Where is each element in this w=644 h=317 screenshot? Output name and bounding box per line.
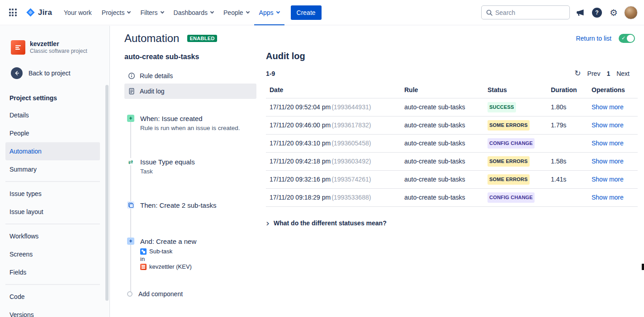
enabled-badge: ENABLED xyxy=(187,35,217,42)
show-more-link[interactable]: Show more xyxy=(592,194,624,201)
add-component-button[interactable]: Add component xyxy=(124,290,256,298)
sidebar-scrollbar-thumb[interactable] xyxy=(105,85,109,301)
chevron-down-icon xyxy=(276,9,279,13)
rule-action[interactable]: Then: Create 2 sub-tasks xyxy=(124,201,256,210)
trigger-title: When: Issue created xyxy=(140,114,256,123)
refresh-icon[interactable]: ↻ xyxy=(574,70,581,77)
statuses-question: What do the different statuses mean? xyxy=(274,219,387,227)
chevron-right-icon: › xyxy=(266,220,270,226)
project-avatar-icon xyxy=(140,264,147,270)
sidebar-item-screens[interactable]: Screens xyxy=(5,245,100,263)
log-id: (1993574261) xyxy=(331,176,371,183)
jira-logo-text: Jira xyxy=(38,8,52,17)
search-input[interactable] xyxy=(495,9,567,16)
rule-trigger[interactable]: + When: Issue created Rule is run when a… xyxy=(124,114,256,132)
log-date: 17/11/20 09:46:00 pm xyxy=(270,121,331,129)
show-more-link[interactable]: Show more xyxy=(592,158,624,165)
table-row: 17/11/20 09:52:04 pm(1993644931) auto-cr… xyxy=(266,98,638,117)
audit-log-heading: Audit log xyxy=(266,51,638,61)
sidebar-section-title: Project settings xyxy=(0,94,109,106)
status-badge: CONFIG CHANGE xyxy=(488,192,535,203)
back-to-project-button[interactable]: Back to project xyxy=(0,55,109,79)
log-date: 17/11/20 09:43:10 pm xyxy=(270,140,331,147)
rule-condition[interactable]: ⇄ Issue Type equals Task xyxy=(124,158,256,176)
project-avatar-glyph xyxy=(14,43,22,51)
sidebar-item-workflows[interactable]: Workflows xyxy=(5,227,100,245)
nav-dashboards[interactable]: Dashboards xyxy=(169,0,219,25)
nav-label: Projects xyxy=(102,9,125,16)
sidebar-menu: Project settings Details People Automati… xyxy=(0,79,109,317)
tab-rule-details[interactable]: Rule details xyxy=(124,68,256,84)
megaphone-icon xyxy=(576,8,585,17)
tab-audit-log[interactable]: Audit log xyxy=(124,84,256,99)
show-more-link[interactable]: Show more xyxy=(592,121,624,129)
log-id: (1993533688) xyxy=(331,194,371,201)
return-to-list-link[interactable]: Return to list xyxy=(576,35,611,42)
column-header-date: Date xyxy=(266,84,401,98)
audit-log-panel: Audit log 1-9 ↻ Prev 1 Next Date Rule St… xyxy=(256,49,638,298)
pagination-current-page[interactable]: 1 xyxy=(606,70,610,77)
sidebar-item-automation[interactable]: Automation xyxy=(5,142,100,160)
sidebar-item-fields[interactable]: Fields xyxy=(5,263,100,281)
app-switcher-button[interactable] xyxy=(5,5,20,20)
pagination-prev[interactable]: Prev xyxy=(587,70,601,77)
show-more-link[interactable]: Show more xyxy=(592,176,624,183)
search-box xyxy=(481,5,570,19)
log-id: (1993617832) xyxy=(331,121,371,129)
toggle-knob xyxy=(627,35,634,42)
nav-your-work[interactable]: Your work xyxy=(59,0,97,25)
rule-chain: + When: Issue created Rule is run when a… xyxy=(124,114,256,298)
show-more-link[interactable]: Show more xyxy=(592,140,624,147)
sidebar-item-code[interactable]: Code xyxy=(5,288,100,306)
status-badge: SOME ERRORS xyxy=(488,120,530,131)
project-name: kevzettler xyxy=(30,40,87,48)
sidebar-item-details[interactable]: Details xyxy=(5,106,100,124)
page-scrollbar-thumb[interactable] xyxy=(642,264,644,270)
table-row: 17/11/20 09:46:00 pm(1993617832) auto-cr… xyxy=(266,117,638,135)
sidebar-item-versions[interactable]: Versions xyxy=(5,306,100,317)
rule-name: auto-create sub-tasks xyxy=(124,53,256,61)
log-duration: 1.58s xyxy=(547,153,588,171)
nav-label: Dashboards xyxy=(174,9,208,16)
sidebar-item-issue-layout[interactable]: Issue layout xyxy=(5,203,100,221)
pagination-next[interactable]: Next xyxy=(616,70,630,77)
trigger-plus-icon: + xyxy=(127,115,134,122)
primary-nav: Your work Projects Filters Dashboards Pe… xyxy=(59,0,284,25)
statuses-disclosure[interactable]: › What do the different statuses mean? xyxy=(266,219,638,227)
show-more-link[interactable]: Show more xyxy=(592,103,624,111)
feedback-button[interactable] xyxy=(574,6,587,19)
tab-label: Rule details xyxy=(140,72,173,79)
user-avatar[interactable] xyxy=(624,6,638,19)
sidebar-item-issue-types[interactable]: Issue types xyxy=(5,185,100,203)
table-row: 17/11/20 09:42:18 pm(1993603492) auto-cr… xyxy=(266,153,638,171)
help-button[interactable]: ? xyxy=(591,6,603,19)
nav-filters[interactable]: Filters xyxy=(135,0,168,25)
table-row: 17/11/20 09:43:10 pm(1993605458) auto-cr… xyxy=(266,135,638,153)
search-icon xyxy=(486,9,493,16)
log-date: 17/11/20 09:42:18 pm xyxy=(270,158,331,165)
audit-log-table: Date Rule Status Duration Operations 17/… xyxy=(266,84,638,207)
back-arrow-icon xyxy=(11,67,23,79)
log-rule: auto-create sub-tasks xyxy=(401,98,484,117)
column-header-duration: Duration xyxy=(547,84,588,98)
status-badge: SUCCESS xyxy=(488,102,516,112)
column-header-status: Status xyxy=(484,84,547,98)
jira-logo[interactable]: Jira xyxy=(23,8,55,17)
chevron-down-icon xyxy=(127,9,131,13)
rule-enabled-toggle[interactable]: ✓ xyxy=(619,34,635,43)
sidebar-item-summary[interactable]: Summary xyxy=(5,160,100,178)
settings-button[interactable]: ⚙ xyxy=(607,6,620,19)
sidebar-item-people[interactable]: People xyxy=(5,124,100,142)
branch-project: kevzettler (KEV) xyxy=(149,263,192,270)
nav-label: Filters xyxy=(140,9,157,16)
audit-log-icon xyxy=(128,88,135,95)
rule-branch-action[interactable]: + And: Create a new Sub-task in kevzettl… xyxy=(124,237,256,270)
app-switcher-icon xyxy=(9,9,17,16)
nav-apps[interactable]: Apps xyxy=(254,0,284,25)
nav-people[interactable]: People xyxy=(218,0,254,25)
create-button[interactable]: Create xyxy=(291,5,322,20)
nav-projects[interactable]: Projects xyxy=(97,0,136,25)
log-duration: 1.80s xyxy=(547,98,588,117)
top-nav: Jira Your work Projects Filters Dashboar… xyxy=(0,0,644,25)
branch-issue-type: Sub-task xyxy=(149,247,172,255)
